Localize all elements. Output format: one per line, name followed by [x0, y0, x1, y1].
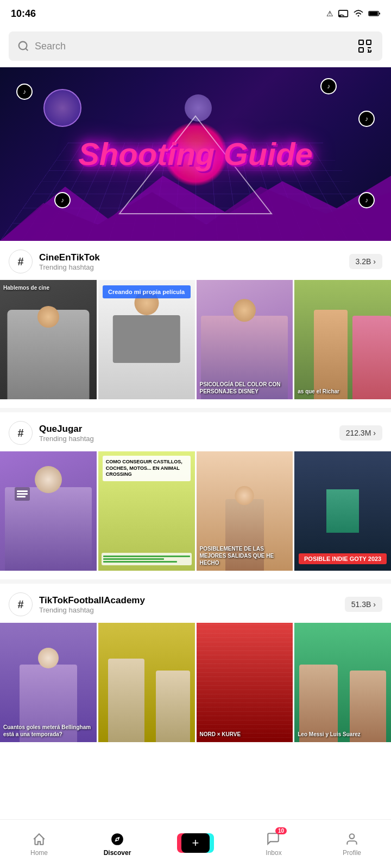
- hashtag-symbol-1: #: [9, 250, 33, 273]
- nav-profile-label: Profile: [343, 849, 361, 857]
- thumb-label-1-3: PSICOLOGÍA DEL COLOR CON PERSONAJES DISN…: [200, 381, 290, 395]
- svg-rect-8: [359, 48, 363, 52]
- tiktok-logo-bl: ♪: [54, 192, 71, 208]
- thumbnail-2-4[interactable]: POSIBLE INDIE GOTY 2023: [294, 451, 391, 571]
- hashtag-count-3[interactable]: 51.3B ›: [345, 597, 382, 612]
- section-separator-1: [0, 408, 391, 412]
- hashtag-subtitle-1: Trending hashtag: [39, 263, 100, 271]
- profile-icon: [344, 832, 360, 847]
- thumb-label-3-3: NORD × KURVE: [200, 731, 290, 738]
- search-placeholder-text: Search: [35, 41, 66, 52]
- search-left: Search: [17, 40, 66, 52]
- nav-discover[interactable]: Discover: [78, 832, 156, 857]
- nav-discover-label: Discover: [104, 849, 131, 857]
- svg-point-5: [19, 42, 27, 50]
- hashtag-header-1[interactable]: # CineEnTikTok Trending hashtag 3.2B ›: [0, 250, 391, 280]
- thumbnail-3-1[interactable]: Cuantos goles meterá Bellingham está a u…: [0, 623, 97, 742]
- hashtag-header-3[interactable]: # TikTokFootballAcademy Trending hashtag…: [0, 592, 391, 623]
- hashtag-symbol-2: #: [9, 421, 33, 445]
- main-content: ♪ ♪ ♪ ♪ ♪ Shooting Guide # CineEnTikTok: [0, 67, 391, 821]
- banner-planet-1: [43, 89, 81, 127]
- thumbnail-1-4[interactable]: as que el Richar: [294, 280, 391, 399]
- hashtag-name-2: QueJugar: [39, 424, 94, 435]
- svg-rect-4: [369, 12, 378, 16]
- hashtag-section-2: # QueJugar Trending hashtag 212.3M ›: [0, 412, 391, 579]
- hashtag-left-3: # TikTokFootballAcademy Trending hashtag: [9, 592, 145, 616]
- chevron-right-icon-2: ›: [373, 429, 376, 437]
- thumb-label-1-4: as que el Richar: [298, 388, 388, 395]
- svg-point-18: [116, 838, 118, 840]
- thumbnail-3-4[interactable]: Leo Messi y Luis Suarez: [294, 623, 391, 742]
- hashtag-header-2[interactable]: # QueJugar Trending hashtag 212.3M ›: [0, 421, 391, 451]
- cast-icon: [338, 9, 349, 18]
- nav-home-label: Home: [30, 849, 48, 857]
- status-time: 10:46: [11, 8, 36, 20]
- thumbnail-2-2[interactable]: COMO CONSEGUIR CASTILLOS, COCHES, MOTOS.…: [98, 451, 195, 571]
- home-icon: [31, 832, 47, 847]
- notification-icon: ⚠: [326, 9, 333, 18]
- status-icons: ⚠: [326, 9, 380, 18]
- tiktok-logo-tl: ♪: [16, 84, 33, 100]
- hashtag-count-1[interactable]: 3.2B ›: [349, 254, 382, 269]
- hashtag-name-1: CineEnTikTok: [39, 252, 100, 263]
- hashtag-subtitle-2: Trending hashtag: [39, 435, 94, 443]
- battery-icon: [368, 10, 380, 17]
- inbox-icon: 10: [266, 832, 281, 847]
- tiktok-logo-tr2: ♪: [358, 111, 375, 127]
- svg-point-1: [339, 15, 341, 17]
- thumb-label-2-3: POSIBLEMENTE DE LAS MEJORES SALIDAS QUE …: [200, 545, 290, 566]
- thumbnails-row-2: COMO CONSEGUIR CASTILLOS, COCHES, MOTOS.…: [0, 451, 391, 571]
- hashtag-count-2[interactable]: 212.3M ›: [339, 425, 382, 441]
- hashtag-left-1: # CineEnTikTok Trending hashtag: [9, 250, 100, 273]
- nav-profile[interactable]: Profile: [313, 832, 391, 857]
- thumbnail-1-2[interactable]: Creando mi propia película: [98, 280, 195, 399]
- thumbnails-row-3: Cuantos goles meterá Bellingham está a u…: [0, 623, 391, 742]
- inbox-badge-count: 10: [275, 827, 287, 834]
- bottom-nav: Home Discover + 10 Inbox: [0, 819, 391, 868]
- thumb-badge-2-4: POSIBLE INDIE GOTY 2023: [299, 553, 387, 564]
- thumbnail-2-3[interactable]: POSIBLEMENTE DE LAS MEJORES SALIDAS QUE …: [197, 451, 293, 571]
- thumb-label-1-1: Hablemos de cine: [3, 284, 93, 291]
- chevron-right-icon-3: ›: [373, 600, 376, 609]
- search-icon: [17, 40, 29, 52]
- svg-rect-3: [379, 12, 380, 14]
- discover-icon: [110, 832, 125, 847]
- hashtag-section-3: # TikTokFootballAcademy Trending hashtag…: [0, 584, 391, 751]
- thumbnail-3-3[interactable]: NORD × KURVE: [197, 623, 293, 742]
- hashtag-section-1: # CineEnTikTok Trending hashtag 3.2B › H…: [0, 241, 391, 408]
- add-button-inner[interactable]: +: [181, 833, 210, 853]
- banner[interactable]: ♪ ♪ ♪ ♪ ♪ Shooting Guide: [0, 67, 391, 241]
- search-bar[interactable]: Search: [9, 31, 382, 61]
- thumbnail-3-2[interactable]: [98, 623, 195, 742]
- hashtag-name-3: TikTokFootballAcademy: [39, 595, 145, 606]
- hashtag-symbol-3: #: [9, 592, 33, 616]
- tiktok-logo-br: ♪: [358, 192, 375, 208]
- thumbnail-2-1[interactable]: [0, 451, 97, 571]
- scan-icon[interactable]: [356, 37, 374, 55]
- thumb-badge-1-2: Creando mi propia película: [103, 285, 191, 298]
- banner-title: Shooting Guide: [78, 137, 313, 171]
- nav-home[interactable]: Home: [0, 832, 78, 857]
- nav-add[interactable]: +: [156, 835, 235, 853]
- thumbnail-1-3[interactable]: PSICOLOGÍA DEL COLOR CON PERSONAJES DISN…: [197, 280, 293, 399]
- hashtag-info-3: TikTokFootballAcademy Trending hashtag: [39, 595, 145, 614]
- hashtag-info-1: CineEnTikTok Trending hashtag: [39, 252, 100, 271]
- hashtag-left-2: # QueJugar Trending hashtag: [9, 421, 94, 445]
- svg-point-19: [350, 834, 355, 839]
- game-character: [326, 489, 359, 533]
- chevron-right-icon-1: ›: [373, 257, 376, 266]
- svg-rect-7: [367, 40, 371, 44]
- wifi-icon: [353, 9, 364, 18]
- thumbnail-1-1[interactable]: Hablemos de cine: [0, 280, 97, 399]
- tiktok-logo-tr: ♪: [320, 78, 337, 94]
- status-bar: 10:46 ⚠: [0, 0, 391, 27]
- thumb-label-3-4: Leo Messi y Luis Suarez: [298, 731, 388, 738]
- nav-inbox[interactable]: 10 Inbox: [235, 832, 313, 857]
- hashtag-subtitle-3: Trending hashtag: [39, 606, 145, 614]
- thumb-label-3-1: Cuantos goles meterá Bellingham está a u…: [3, 724, 93, 738]
- svg-rect-6: [359, 40, 363, 44]
- section-separator-2: [0, 579, 391, 584]
- thumbnails-row-1: Hablemos de cine Creando mi propia pelíc…: [0, 280, 391, 399]
- hashtag-info-2: QueJugar Trending hashtag: [39, 424, 94, 443]
- nav-inbox-label: Inbox: [266, 849, 281, 857]
